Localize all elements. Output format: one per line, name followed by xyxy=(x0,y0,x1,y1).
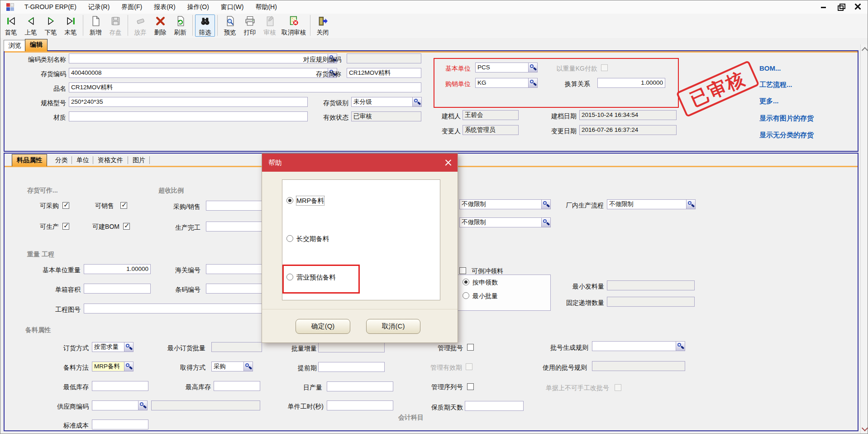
used-rule-label: 使用的批号规则 xyxy=(524,362,587,372)
can-bom-checkbox[interactable] xyxy=(123,223,130,230)
toolbar-last[interactable]: 末笔 xyxy=(61,14,81,37)
menu-record[interactable]: 记录(R) xyxy=(82,0,115,14)
base-weight-field[interactable]: 1.00000 xyxy=(84,264,151,274)
option-long-lead-label[interactable]: 长交期备料 xyxy=(296,234,329,243)
link-more[interactable]: 更多... xyxy=(759,97,779,106)
base-weight-label: 基本单位重量 xyxy=(27,265,81,275)
cancel-button[interactable]: 取消(C) xyxy=(366,319,420,334)
menu-app[interactable]: T-GROUP ERP(E) xyxy=(19,0,82,14)
tab-classification[interactable]: 分类 xyxy=(52,154,71,165)
tab-images[interactable]: 图片 xyxy=(130,154,148,165)
toolbar-separator xyxy=(310,15,310,36)
min-stock-field[interactable] xyxy=(92,381,148,391)
can-sale-checkbox[interactable] xyxy=(120,202,127,209)
lead-time-field[interactable] xyxy=(318,362,385,372)
toolbar-close[interactable]: 关闭 xyxy=(313,14,333,37)
restore-button[interactable] xyxy=(837,3,844,10)
menu-window[interactable]: 窗口(W) xyxy=(215,0,250,14)
link-show-with-images[interactable]: 显示有图片的存货 xyxy=(759,114,814,123)
toolbar-prev[interactable]: 上笔 xyxy=(21,14,41,37)
lookup-icon[interactable] xyxy=(676,341,685,351)
toolbar-print[interactable]: 打印 xyxy=(240,14,260,37)
lookup-icon[interactable] xyxy=(528,63,538,72)
lookup-icon[interactable] xyxy=(243,362,253,371)
max-stock-field[interactable] xyxy=(214,381,260,391)
menu-interface[interactable]: 界面(F) xyxy=(115,0,148,14)
toolbar-preview[interactable]: 预览 xyxy=(220,14,240,37)
toolbar-separator xyxy=(83,15,83,36)
lookup-icon[interactable] xyxy=(124,362,134,371)
lookup-icon[interactable] xyxy=(124,342,134,352)
tab-qualification-files[interactable]: 资格文件 xyxy=(95,154,126,165)
backflush-checkbox[interactable] xyxy=(459,267,466,274)
new-document-icon xyxy=(90,15,101,29)
exit-door-icon xyxy=(317,15,329,29)
lookup-icon[interactable] xyxy=(412,97,422,107)
toolbar-delete[interactable]: 删除 xyxy=(150,14,170,37)
tab-units[interactable]: 单位 xyxy=(74,154,92,165)
rule-code-label: 对应规则编码 xyxy=(294,54,341,64)
option-mrp-label[interactable]: MRP备料 xyxy=(296,196,324,205)
option-long-lead-radio[interactable] xyxy=(286,235,293,242)
std-cost-field[interactable] xyxy=(92,420,148,429)
toolbar-new[interactable]: 新增 xyxy=(86,14,105,37)
section-account: 会计科目 xyxy=(398,414,424,422)
material-field[interactable] xyxy=(69,111,308,121)
toolbar-refresh[interactable]: 刷新 xyxy=(170,14,190,37)
preview-icon xyxy=(224,15,236,29)
create-date-field: 2015-10-24 16:34:54 xyxy=(579,110,677,120)
mgr-batch-checkbox[interactable] xyxy=(467,344,474,351)
toolbar-cancel-audit[interactable]: 取消审核 xyxy=(280,14,308,37)
minimize-button[interactable] xyxy=(820,3,827,10)
menu-operate[interactable]: 操作(O) xyxy=(181,0,215,14)
lookup-icon[interactable] xyxy=(541,217,551,227)
barcode-label: 条码编号 xyxy=(168,285,200,294)
unit-time-field[interactable] xyxy=(327,400,393,410)
close-button[interactable] xyxy=(854,3,862,10)
menu-help[interactable]: 帮助(H) xyxy=(249,0,282,14)
toolbar-first[interactable]: 首笔 xyxy=(1,14,21,37)
conv-field[interactable]: 1.00000 xyxy=(597,78,665,88)
name-field[interactable]: CR12MOV精料 xyxy=(69,82,421,92)
tab-edit[interactable]: 编辑 xyxy=(25,39,48,51)
dialog-close-icon[interactable] xyxy=(445,159,452,166)
mgr-serial-checkbox[interactable] xyxy=(467,383,474,390)
lookup-icon[interactable] xyxy=(138,400,148,410)
can-purchase-checkbox[interactable] xyxy=(62,202,69,209)
link-bom[interactable]: BOM... xyxy=(759,64,781,72)
lookup-icon[interactable] xyxy=(528,78,538,88)
toolbar-filter[interactable]: 筛选 xyxy=(195,14,215,37)
lookup-icon[interactable] xyxy=(541,199,551,209)
factory-flow-field[interactable]: 不做限制 xyxy=(607,199,696,209)
box-volume-field[interactable] xyxy=(84,284,151,294)
link-process-flow[interactable]: 工艺流程... xyxy=(759,81,792,89)
link-show-unclassified[interactable]: 显示无分类的存货 xyxy=(759,131,814,140)
toolbar-next[interactable]: 下笔 xyxy=(41,14,61,37)
inv-abbr-field[interactable]: CR12MOV精料 xyxy=(347,68,421,78)
refresh-icon xyxy=(175,15,186,29)
level-field[interactable]: 未分级 xyxy=(351,97,421,107)
cancel-audit-icon xyxy=(288,15,300,29)
min-batch-radio[interactable] xyxy=(463,292,469,299)
can-produce-checkbox[interactable] xyxy=(62,223,69,230)
tab-item-attributes[interactable]: 料品属性 xyxy=(12,154,47,166)
daily-output-field[interactable] xyxy=(327,381,393,391)
shelf-life-field[interactable] xyxy=(465,401,524,411)
vertical-scrollbar[interactable] xyxy=(860,44,868,434)
ok-button[interactable]: 确定(Q) xyxy=(296,319,350,334)
can-bom-label: 可建BOM xyxy=(76,222,119,231)
restriction-field-2[interactable]: 不做限制 xyxy=(459,217,551,227)
scroll-up-icon[interactable] xyxy=(862,47,868,53)
tab-browse[interactable]: 浏览 xyxy=(4,40,26,51)
toolbar-save: 存盘 xyxy=(105,14,125,37)
menu-report[interactable]: 报表(R) xyxy=(148,0,181,14)
by-requested-qty-radio[interactable] xyxy=(463,279,469,285)
restriction-field-1[interactable]: 不做限制 xyxy=(459,199,551,209)
batch-rule-field[interactable] xyxy=(592,341,685,351)
lookup-icon[interactable] xyxy=(686,199,696,209)
pay-kg-label: 以重量KG付款 xyxy=(543,63,597,73)
spec-field[interactable]: 250*240*35 xyxy=(69,97,308,107)
customs-label: 海关编号 xyxy=(168,265,200,275)
scroll-down-icon[interactable] xyxy=(862,425,868,431)
option-mrp-radio[interactable] xyxy=(286,197,293,204)
